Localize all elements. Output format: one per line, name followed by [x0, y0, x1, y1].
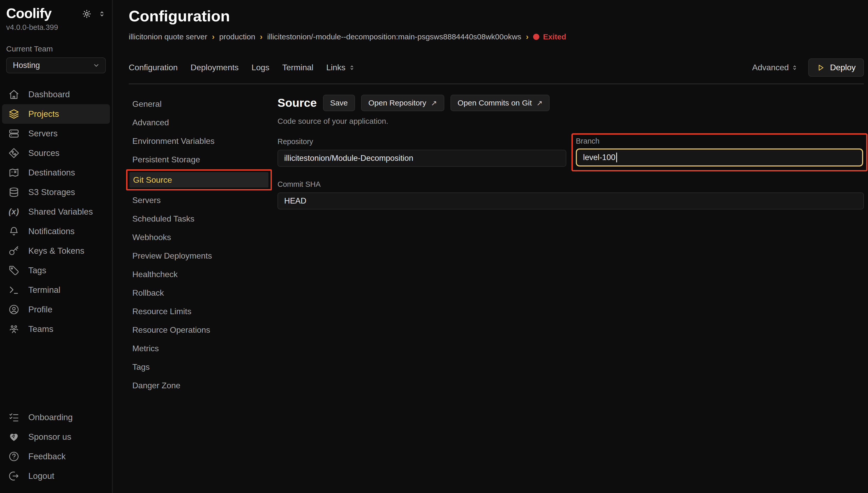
bell-icon	[8, 226, 20, 237]
sidebar-item-terminal[interactable]: Terminal	[2, 280, 110, 300]
chevrons-up-down-icon	[348, 64, 355, 71]
sidebar-item-tags[interactable]: Tags	[2, 261, 110, 280]
subnav-item-tags[interactable]: Tags	[129, 358, 270, 376]
deploy-button[interactable]: Deploy	[808, 59, 864, 77]
repository-input[interactable]: illicitestonion/Module-Decomposition	[277, 150, 566, 167]
git-source-icon	[8, 148, 20, 158]
source-form-header: Source Save Open Repository ↗ Open Commi…	[277, 95, 864, 111]
help-circle-icon	[8, 451, 20, 462]
sidebar-item-sponsor-us[interactable]: Sponsor us	[2, 427, 110, 447]
sidebar-header-icons	[82, 9, 106, 19]
tab-configuration[interactable]: Configuration	[129, 63, 177, 72]
app-root: Coolify v4.0.0-beta.399 Current Team Hos…	[0, 0, 868, 493]
sidebar-item-feedback[interactable]: Feedback	[2, 447, 110, 466]
tab-deployments[interactable]: Deployments	[190, 63, 239, 72]
tab-links-label: Links	[326, 63, 345, 72]
sidebar-header: Coolify v4.0.0-beta.399 Current Team Hos…	[0, 5, 112, 73]
tab-terminal[interactable]: Terminal	[282, 63, 313, 72]
breadcrumb-separator-icon: ›	[260, 32, 262, 41]
database-icon	[8, 187, 20, 198]
breadcrumb-separator-icon: ›	[526, 32, 528, 41]
team-select-value: Hosting	[13, 61, 40, 70]
repository-label: Repository	[277, 137, 566, 146]
sidebar-item-label: Shared Variables	[28, 207, 93, 217]
open-commits-button[interactable]: Open Commits on Git ↗	[450, 95, 550, 111]
subnav-item-healthcheck[interactable]: Healthcheck	[129, 265, 270, 283]
server-icon	[8, 128, 20, 139]
subnav-item-persistent-storage[interactable]: Persistent Storage	[129, 150, 270, 169]
subnav-item-advanced[interactable]: Advanced	[129, 113, 270, 132]
branch-input[interactable]: level-100	[576, 148, 863, 167]
tab-logs[interactable]: Logs	[252, 63, 269, 72]
subnav-item-metrics[interactable]: Metrics	[129, 339, 270, 358]
branch-value: level-100	[583, 153, 615, 162]
subnav-item-environment-variables[interactable]: Environment Variables	[129, 132, 270, 150]
sidebar-item-logout[interactable]: Logout	[2, 466, 110, 486]
commit-sha-field: Commit SHA HEAD	[277, 180, 864, 210]
configuration-content: General Advanced Environment Variables P…	[129, 95, 864, 493]
subnav-item-scheduled-tasks[interactable]: Scheduled Tasks	[129, 210, 270, 228]
external-link-icon: ↗	[536, 99, 542, 107]
play-icon	[817, 64, 825, 72]
key-icon	[8, 245, 20, 256]
sidebar: Coolify v4.0.0-beta.399 Current Team Hos…	[0, 0, 113, 493]
source-description: Code source of your application.	[277, 117, 864, 126]
sidebar-item-teams[interactable]: Teams	[2, 319, 110, 339]
sidebar-item-label: Dashboard	[28, 89, 70, 99]
sidebar-item-dashboard[interactable]: Dashboard	[2, 85, 110, 104]
checklist-icon	[8, 412, 20, 423]
status-label: Exited	[543, 33, 566, 41]
source-heading: Source	[277, 96, 317, 110]
breadcrumb-environment[interactable]: production	[219, 33, 255, 41]
subnav-item-rollback[interactable]: Rollback	[129, 283, 270, 302]
home-icon	[8, 89, 20, 100]
subnav-item-danger-zone[interactable]: Danger Zone	[129, 376, 270, 395]
sidebar-item-keys-tokens[interactable]: Keys & Tokens	[2, 241, 110, 261]
subnav-item-resource-operations[interactable]: Resource Operations	[129, 321, 270, 339]
tab-links-dropdown[interactable]: Links	[326, 63, 355, 72]
team-select[interactable]: Hosting	[6, 57, 106, 73]
deploy-label: Deploy	[830, 63, 856, 72]
form-grid: Repository illicitestonion/Module-Decomp…	[277, 137, 864, 210]
tab-bar: Configuration Deployments Logs Terminal …	[129, 59, 864, 77]
subnav-item-resource-limits[interactable]: Resource Limits	[129, 302, 270, 321]
advanced-dropdown[interactable]: Advanced	[752, 63, 798, 72]
sidebar-item-servers[interactable]: Servers	[2, 124, 110, 143]
sidebar-item-s3-storages[interactable]: S3 Storages	[2, 183, 110, 202]
sidebar-item-label: Sources	[28, 148, 60, 158]
save-button[interactable]: Save	[323, 95, 355, 111]
page-title: Configuration	[129, 7, 864, 25]
git-source-annotation-box: Git Source	[126, 169, 272, 190]
settings-subnav: General Advanced Environment Variables P…	[129, 95, 270, 493]
theme-sun-icon[interactable]	[82, 9, 91, 19]
sidebar-item-sources[interactable]: Sources	[2, 143, 110, 163]
tab-actions: Advanced Deploy	[752, 59, 864, 77]
branch-label: Branch	[576, 137, 863, 145]
open-commits-label: Open Commits on Git	[458, 99, 532, 107]
sidebar-item-label: Notifications	[28, 227, 75, 236]
commit-sha-input[interactable]: HEAD	[277, 192, 864, 210]
sidebar-item-shared-variables[interactable]: (x) Shared Variables	[2, 202, 110, 221]
sidebar-item-destinations[interactable]: Destinations	[2, 163, 110, 183]
sidebar-item-projects[interactable]: Projects	[2, 104, 110, 124]
breadcrumb-project[interactable]: illicitonion quote server	[129, 33, 207, 41]
sidebar-item-notifications[interactable]: Notifications	[2, 221, 110, 241]
subnav-item-servers[interactable]: Servers	[129, 191, 270, 210]
commit-sha-value: HEAD	[284, 196, 306, 206]
sidebar-footer: Onboarding Sponsor us Feedback Logout	[0, 408, 112, 486]
terminal-icon	[8, 284, 20, 295]
subnav-item-preview-deployments[interactable]: Preview Deployments	[129, 246, 270, 265]
subnav-item-general[interactable]: General	[129, 95, 270, 113]
users-icon	[8, 324, 20, 335]
open-repository-button[interactable]: Open Repository ↗	[361, 95, 444, 111]
breadcrumb-application[interactable]: illicitestonion/-module--decomposition:m…	[267, 33, 521, 41]
sidebar-item-onboarding[interactable]: Onboarding	[2, 408, 110, 427]
source-form: Source Save Open Repository ↗ Open Commi…	[277, 95, 864, 493]
theme-chevrons-up-down-icon[interactable]	[98, 10, 106, 18]
sidebar-item-label: Destinations	[28, 168, 75, 177]
layers-icon	[8, 109, 20, 120]
sidebar-item-profile[interactable]: Profile	[2, 300, 110, 319]
subnav-item-webhooks[interactable]: Webhooks	[129, 228, 270, 246]
subnav-item-git-source[interactable]: Git Source	[129, 172, 269, 188]
save-label: Save	[330, 99, 348, 107]
